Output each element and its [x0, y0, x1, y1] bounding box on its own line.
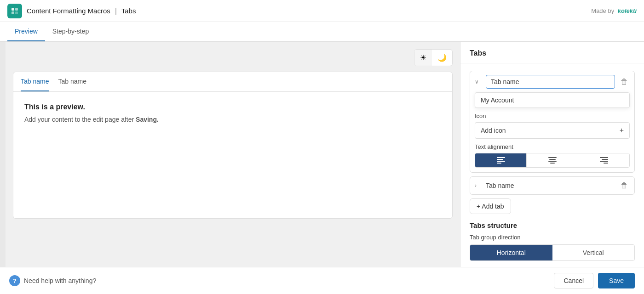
structure-section: Tabs structure Tab group direction Horiz…	[470, 221, 635, 261]
svg-rect-1	[15, 8, 18, 11]
tab-1-delete-button[interactable]: 🗑	[619, 77, 630, 87]
tab-1-name-input[interactable]	[486, 75, 615, 89]
left-panel: ☀ 🌙 Tab name Tab name This is a preview.…	[6, 42, 460, 267]
svg-rect-6	[497, 161, 505, 162]
moon-theme-button[interactable]: 🌙	[432, 50, 452, 66]
tab-1-header: ∨ 🗑	[470, 71, 634, 92]
svg-rect-12	[600, 157, 608, 158]
align-right-button[interactable]	[578, 153, 629, 167]
tab-2-header: › Tab name 🗑	[470, 177, 634, 194]
main-layout: ☀ 🌙 Tab name Tab name This is a preview.…	[0, 42, 644, 267]
preview-tab-1[interactable]: Tab name	[21, 72, 49, 91]
svg-rect-10	[548, 161, 557, 162]
direction-label: Tab group direction	[470, 234, 635, 241]
tab-2-delete-button[interactable]: 🗑	[619, 181, 630, 191]
right-panel: Tabs ∨ 🗑 My Account Icon	[460, 42, 644, 267]
suggestion-item-my-account[interactable]: My Account	[475, 93, 629, 107]
tab-1-chevron[interactable]: ∨	[475, 79, 482, 85]
icon-section: Icon Add icon +	[470, 113, 634, 143]
icon-label: Icon	[475, 113, 630, 119]
direction-horizontal-button[interactable]: Horizontal	[470, 245, 552, 260]
help-section: ? Need help with anything?	[9, 275, 96, 286]
preview-card: Tab name Tab name This is a preview. Add…	[13, 72, 453, 219]
alignment-buttons	[475, 153, 630, 168]
preview-body: Add your content to the edit page after …	[24, 116, 441, 123]
footer: ? Need help with anything? Cancel Save	[0, 267, 644, 294]
svg-rect-2	[12, 11, 14, 14]
svg-rect-0	[12, 8, 14, 11]
suggestion-list: My Account	[475, 92, 630, 108]
preview-tab-2[interactable]: Tab name	[58, 72, 86, 91]
preview-content: This is a preview. Add your content to t…	[13, 92, 452, 134]
help-text: Need help with anything?	[24, 277, 96, 284]
tab-2-chevron[interactable]: ›	[475, 182, 482, 189]
top-bar: Content Formatting Macros | Tabs Made by…	[0, 0, 644, 22]
right-panel-title: Tabs	[460, 42, 644, 63]
help-icon: ?	[9, 275, 20, 286]
theme-toggle: ☀ 🌙	[414, 49, 453, 66]
svg-rect-15	[604, 163, 608, 164]
nav-tabs: Preview Step-by-step	[0, 22, 644, 42]
svg-rect-11	[550, 163, 555, 164]
preview-heading: This is a preview.	[24, 103, 441, 111]
app-title: Content Formatting Macros | Tabs	[27, 7, 136, 15]
cancel-button[interactable]: Cancel	[554, 273, 593, 288]
svg-rect-7	[497, 163, 501, 164]
save-button[interactable]: Save	[598, 273, 635, 288]
svg-rect-13	[602, 159, 608, 160]
svg-rect-8	[548, 157, 557, 158]
svg-rect-3	[15, 11, 18, 14]
tab-item-1: ∨ 🗑 My Account Icon Add icon +	[470, 71, 635, 173]
align-left-button[interactable]	[475, 153, 527, 167]
tab-2-name: Tab name	[486, 182, 615, 189]
tab-preview[interactable]: Preview	[7, 22, 45, 41]
preview-tabs: Tab name Tab name	[13, 72, 452, 92]
align-center-button[interactable]	[527, 153, 578, 167]
structure-title: Tabs structure	[470, 221, 635, 229]
sun-theme-button[interactable]: ☀	[414, 50, 432, 66]
svg-rect-14	[600, 161, 608, 162]
tab-step-by-step[interactable]: Step-by-step	[45, 22, 96, 41]
add-icon-button[interactable]: Add icon +	[475, 122, 630, 139]
footer-actions: Cancel Save	[554, 273, 635, 288]
direction-vertical-button[interactable]: Vertical	[552, 245, 635, 260]
tab-1-suggestion-dropdown: My Account	[475, 92, 630, 108]
left-sidebar	[0, 42, 6, 267]
logo-area: Content Formatting Macros | Tabs	[7, 4, 136, 18]
alignment-section: Text alignment	[470, 143, 634, 172]
right-panel-body: ∨ 🗑 My Account Icon Add icon +	[460, 63, 644, 267]
direction-buttons: Horizontal Vertical	[470, 244, 635, 261]
logo-icon	[7, 4, 22, 18]
svg-rect-4	[497, 157, 505, 158]
add-tab-button[interactable]: + Add tab	[470, 198, 511, 214]
svg-rect-9	[549, 159, 556, 160]
tab-item-2: › Tab name 🗑	[470, 176, 635, 195]
alignment-label: Text alignment	[475, 143, 630, 150]
svg-rect-5	[497, 159, 503, 160]
brand-info: Made by kolekti	[591, 7, 637, 14]
